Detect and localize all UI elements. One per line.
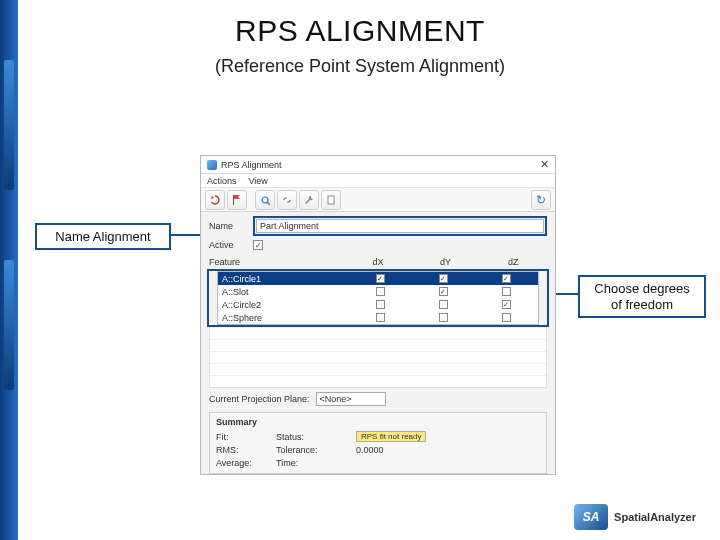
flag-icon[interactable] bbox=[227, 190, 247, 210]
goto-icon[interactable] bbox=[255, 190, 275, 210]
checkbox-icon[interactable] bbox=[439, 313, 448, 322]
col-dy: dY bbox=[412, 257, 480, 267]
col-feature: Feature bbox=[209, 257, 344, 267]
menu-actions[interactable]: Actions bbox=[207, 176, 237, 186]
decorative-stripe bbox=[0, 0, 18, 540]
refresh-icon[interactable]: ↻ bbox=[531, 190, 551, 210]
menu-view[interactable]: View bbox=[249, 176, 268, 186]
name-label: Name bbox=[209, 221, 247, 231]
doc-icon[interactable] bbox=[321, 190, 341, 210]
col-dx: dX bbox=[344, 257, 412, 267]
dof-highlight: A::Circle1✓✓✓A::Slot✓A::Circle2✓A::Spher… bbox=[207, 269, 549, 327]
summary-row: Fit:Status:RPS fit not ready bbox=[216, 430, 540, 443]
active-label: Active bbox=[209, 240, 247, 250]
active-checkbox[interactable]: ✓ bbox=[253, 240, 263, 250]
menu-bar: Actions View bbox=[201, 174, 555, 188]
checkbox-icon[interactable] bbox=[502, 313, 511, 322]
close-icon[interactable]: ✕ bbox=[540, 158, 549, 171]
callout-lead-left bbox=[171, 234, 201, 236]
checkbox-icon[interactable]: ✓ bbox=[376, 274, 385, 283]
name-field-highlight: Part Alignment bbox=[253, 216, 547, 236]
app-icon bbox=[207, 160, 217, 170]
summary-heading: Summary bbox=[216, 417, 540, 427]
projection-plane-select[interactable]: <None> bbox=[316, 392, 386, 406]
col-dz: dZ bbox=[479, 257, 547, 267]
toolbar: ↻ bbox=[201, 188, 555, 212]
table-row[interactable]: A::Slot✓ bbox=[218, 285, 538, 298]
table-row[interactable]: A::Sphere bbox=[218, 311, 538, 324]
checkbox-icon[interactable] bbox=[376, 287, 385, 296]
checkbox-icon[interactable]: ✓ bbox=[439, 274, 448, 283]
name-input[interactable]: Part Alignment bbox=[256, 219, 544, 233]
checkbox-icon[interactable] bbox=[439, 300, 448, 309]
footer-logo: SpatialAnalyzer bbox=[574, 504, 696, 530]
feature-table: A::Circle1✓✓✓A::Slot✓A::Circle2✓A::Spher… bbox=[217, 271, 539, 325]
sa-logo-icon bbox=[574, 504, 608, 530]
projection-plane-label: Current Projection Plane: bbox=[209, 394, 310, 404]
page-title: RPS ALIGNMENT bbox=[0, 14, 720, 48]
table-row[interactable]: A::Circle2✓ bbox=[218, 298, 538, 311]
checkbox-icon[interactable] bbox=[502, 287, 511, 296]
feature-table-empty bbox=[209, 327, 547, 388]
undo-icon[interactable] bbox=[205, 190, 225, 210]
callout-name-alignment: Name Alignment bbox=[35, 223, 171, 250]
feature-table-header: Feature dX dY dZ bbox=[201, 254, 555, 269]
checkbox-icon[interactable]: ✓ bbox=[439, 287, 448, 296]
svg-rect-0 bbox=[233, 195, 234, 205]
link-icon[interactable] bbox=[277, 190, 297, 210]
wrench-icon[interactable] bbox=[299, 190, 319, 210]
summary-row: Average:Time: bbox=[216, 456, 540, 469]
checkbox-icon[interactable]: ✓ bbox=[502, 300, 511, 309]
dialog-titlebar[interactable]: RPS Alignment ✕ bbox=[201, 156, 555, 174]
page-subtitle: (Reference Point System Alignment) bbox=[0, 56, 720, 77]
callout-degrees-of-freedom: Choose degrees of freedom bbox=[578, 275, 706, 318]
checkbox-icon[interactable] bbox=[376, 300, 385, 309]
summary-panel: Summary Fit:Status:RPS fit not readyRMS:… bbox=[209, 412, 547, 474]
rps-alignment-dialog: RPS Alignment ✕ Actions View ↻ Name Part… bbox=[200, 155, 556, 475]
checkbox-icon[interactable]: ✓ bbox=[502, 274, 511, 283]
dialog-title: RPS Alignment bbox=[221, 160, 282, 170]
checkbox-icon[interactable] bbox=[376, 313, 385, 322]
table-row[interactable]: A::Circle1✓✓✓ bbox=[218, 272, 538, 285]
summary-row: RMS:Tolerance:0.0000 bbox=[216, 443, 540, 456]
svg-rect-2 bbox=[328, 196, 334, 204]
sa-logo-text: SpatialAnalyzer bbox=[614, 511, 696, 523]
